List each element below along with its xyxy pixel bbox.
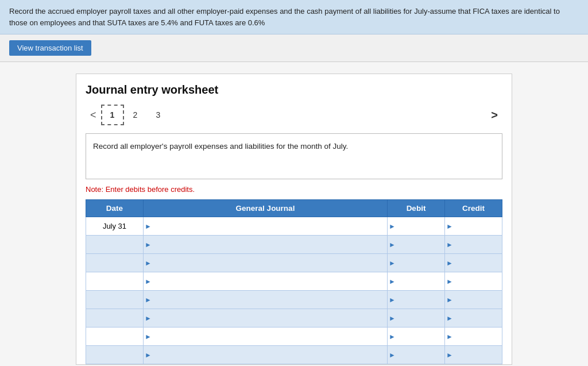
credit-cell[interactable]: ► [445, 236, 502, 254]
debit-arrow-icon: ► [389, 296, 396, 304]
debit-cell[interactable]: ► [388, 346, 445, 364]
debit-input[interactable] [388, 328, 444, 345]
debit-cell[interactable]: ► [388, 254, 445, 272]
gj-arrow-icon: ► [145, 222, 152, 230]
date-cell [86, 272, 144, 291]
credit-cell[interactable]: ► [445, 217, 502, 236]
gj-cell[interactable]: ► [144, 272, 388, 291]
credit-arrow-icon: ► [446, 222, 453, 230]
debit-input[interactable] [388, 272, 444, 290]
credit-arrow-icon: ► [446, 314, 453, 322]
tab-3[interactable]: 3 [147, 105, 170, 125]
tab-2[interactable]: 2 [124, 105, 147, 125]
debit-cell[interactable]: ► [388, 309, 445, 328]
gj-arrow-icon: ► [145, 314, 152, 322]
gj-input[interactable] [144, 217, 387, 235]
credit-cell[interactable]: ► [445, 309, 502, 328]
gj-input[interactable] [144, 272, 387, 290]
toolbar: View transaction list [0, 34, 588, 62]
instruction-bar: Record the accrued employer payroll taxe… [0, 0, 588, 34]
gj-input[interactable] [144, 309, 387, 327]
gj-cell[interactable]: ► [144, 291, 388, 309]
debit-arrow-icon: ► [389, 222, 396, 230]
debit-cell[interactable]: ► [388, 236, 445, 254]
credit-cell[interactable]: ► [445, 328, 502, 346]
debit-input[interactable] [388, 217, 444, 235]
col-header-gj: General Journal [144, 200, 388, 217]
debit-cell[interactable]: ► [388, 328, 445, 346]
col-header-credit: Credit [445, 200, 502, 217]
table-row: ►►► [86, 346, 502, 364]
gj-arrow-icon: ► [145, 351, 152, 359]
date-cell [86, 309, 144, 328]
credit-cell[interactable]: ► [445, 254, 502, 272]
credit-input[interactable] [445, 272, 502, 290]
debit-cell[interactable]: ► [388, 272, 445, 291]
credit-input[interactable] [445, 291, 502, 309]
debit-input[interactable] [388, 236, 444, 253]
main-content: Journal entry worksheet < 1 2 3 > Record… [0, 62, 588, 366]
gj-cell[interactable]: ► [144, 236, 388, 254]
credit-arrow-icon: ► [446, 259, 453, 267]
credit-input[interactable] [445, 346, 502, 364]
credit-input[interactable] [445, 309, 502, 327]
gj-input[interactable] [144, 328, 387, 345]
date-cell [86, 254, 144, 272]
date-cell [86, 346, 144, 364]
debit-input[interactable] [388, 346, 444, 364]
tab-1[interactable]: 1 [101, 105, 124, 125]
table-row: ►►► [86, 272, 502, 291]
debit-arrow-icon: ► [389, 333, 396, 341]
credit-input[interactable] [445, 254, 502, 272]
note-text: Note: Enter debits before credits. [86, 185, 502, 194]
col-header-debit: Debit [388, 200, 445, 217]
gj-cell[interactable]: ► [144, 328, 388, 346]
credit-input[interactable] [445, 328, 502, 345]
debit-arrow-icon: ► [389, 259, 396, 267]
credit-cell[interactable]: ► [445, 346, 502, 364]
table-row: ►►► [86, 309, 502, 328]
debit-input[interactable] [388, 291, 444, 309]
nav-right-arrow[interactable]: > [486, 109, 502, 122]
credit-arrow-icon: ► [446, 241, 453, 249]
table-header-row: Date General Journal Debit Credit [86, 200, 502, 217]
table-row: ►►► [86, 291, 502, 309]
credit-arrow-icon: ► [446, 333, 453, 341]
gj-input[interactable] [144, 346, 387, 364]
credit-cell[interactable]: ► [445, 272, 502, 291]
nav-left-arrow[interactable]: < [86, 109, 101, 121]
gj-cell[interactable]: ► [144, 217, 388, 236]
debit-cell[interactable]: ► [388, 217, 445, 236]
debit-input[interactable] [388, 309, 444, 327]
gj-input[interactable] [144, 236, 387, 253]
gj-input[interactable] [144, 254, 387, 272]
description-text: Record all employer's payroll expenses a… [93, 142, 348, 151]
credit-arrow-icon: ► [446, 351, 453, 359]
credit-arrow-icon: ► [446, 278, 453, 286]
credit-input[interactable] [445, 236, 502, 253]
gj-cell[interactable]: ► [144, 254, 388, 272]
credit-arrow-icon: ► [446, 296, 453, 304]
date-cell: July 31 [86, 217, 144, 236]
debit-arrow-icon: ► [389, 278, 396, 286]
credit-input[interactable] [445, 217, 502, 235]
debit-arrow-icon: ► [389, 314, 396, 322]
debit-cell[interactable]: ► [388, 291, 445, 309]
gj-arrow-icon: ► [145, 296, 152, 304]
gj-arrow-icon: ► [145, 333, 152, 341]
view-transaction-list-button[interactable]: View transaction list [9, 40, 91, 56]
gj-cell[interactable]: ► [144, 346, 388, 364]
debit-arrow-icon: ► [389, 351, 396, 359]
gj-cell[interactable]: ► [144, 309, 388, 328]
col-header-date: Date [86, 200, 144, 217]
table-row: ►►► [86, 328, 502, 346]
tab-navigation: < 1 2 3 > [86, 105, 502, 125]
instruction-text: Record the accrued employer payroll taxe… [9, 7, 560, 27]
debit-input[interactable] [388, 254, 444, 272]
table-row: ►►► [86, 254, 502, 272]
gj-input[interactable] [144, 291, 387, 309]
credit-cell[interactable]: ► [445, 291, 502, 309]
date-cell [86, 328, 144, 346]
worksheet-container: Journal entry worksheet < 1 2 3 > Record… [76, 74, 512, 365]
gj-arrow-icon: ► [145, 241, 152, 249]
